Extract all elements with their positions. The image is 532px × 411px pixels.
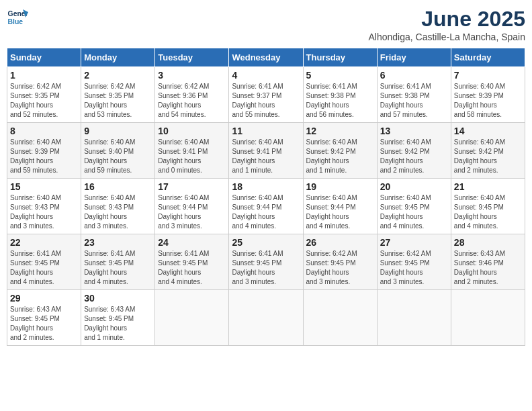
table-row: 17Sunrise: 6:40 AMSunset: 9:44 PMDayligh… [155, 179, 229, 234]
table-row: 19Sunrise: 6:40 AMSunset: 9:44 PMDayligh… [303, 179, 377, 234]
table-row: 24Sunrise: 6:41 AMSunset: 9:45 PMDayligh… [155, 234, 229, 290]
table-row: 23Sunrise: 6:41 AMSunset: 9:45 PMDayligh… [81, 234, 155, 290]
col-thursday: Thursday [303, 48, 377, 67]
col-friday: Friday [377, 48, 451, 67]
table-row: 30Sunrise: 6:43 AMSunset: 9:45 PMDayligh… [81, 290, 155, 346]
calendar-table: Sunday Monday Tuesday Wednesday Thursday… [7, 48, 525, 346]
table-row: 27Sunrise: 6:42 AMSunset: 9:45 PMDayligh… [377, 234, 451, 290]
week-row-3: 22Sunrise: 6:41 AMSunset: 9:45 PMDayligh… [7, 234, 525, 290]
table-row [229, 290, 303, 346]
table-row: 5Sunrise: 6:41 AMSunset: 9:38 PMDaylight… [303, 67, 377, 123]
table-row: 16Sunrise: 6:40 AMSunset: 9:43 PMDayligh… [81, 179, 155, 234]
table-row [155, 290, 229, 346]
table-row: 9Sunrise: 6:40 AMSunset: 9:40 PMDaylight… [81, 123, 155, 179]
table-row: 10Sunrise: 6:40 AMSunset: 9:41 PMDayligh… [155, 123, 229, 179]
table-row: 11Sunrise: 6:40 AMSunset: 9:41 PMDayligh… [229, 123, 303, 179]
title-area: June 2025 Alhondiga, Castille-La Mancha,… [369, 7, 525, 42]
table-row [303, 290, 377, 346]
table-row: 26Sunrise: 6:42 AMSunset: 9:45 PMDayligh… [303, 234, 377, 290]
subtitle: Alhondiga, Castille-La Mancha, Spain [369, 32, 525, 42]
table-row: 7Sunrise: 6:40 AMSunset: 9:39 PMDaylight… [451, 67, 525, 123]
week-row-4: 29Sunrise: 6:43 AMSunset: 9:45 PMDayligh… [7, 290, 525, 346]
table-row: 22Sunrise: 6:41 AMSunset: 9:45 PMDayligh… [7, 234, 81, 290]
col-saturday: Saturday [451, 48, 525, 67]
table-row [377, 290, 451, 346]
table-row: 12Sunrise: 6:40 AMSunset: 9:42 PMDayligh… [303, 123, 377, 179]
table-row: 3Sunrise: 6:42 AMSunset: 9:36 PMDaylight… [155, 67, 229, 123]
col-sunday: Sunday [7, 48, 81, 67]
table-row: 15Sunrise: 6:40 AMSunset: 9:43 PMDayligh… [7, 179, 81, 234]
table-row [451, 290, 525, 346]
table-row: 13Sunrise: 6:40 AMSunset: 9:42 PMDayligh… [377, 123, 451, 179]
table-row: 25Sunrise: 6:41 AMSunset: 9:45 PMDayligh… [229, 234, 303, 290]
logo: General Blue [7, 7, 28, 28]
header-row: Sunday Monday Tuesday Wednesday Thursday… [7, 48, 525, 67]
table-row: 1Sunrise: 6:42 AMSunset: 9:35 PMDaylight… [7, 67, 81, 123]
logo-icon: General Blue [7, 7, 28, 28]
week-row-1: 8Sunrise: 6:40 AMSunset: 9:39 PMDaylight… [7, 123, 525, 179]
week-row-0: 1Sunrise: 6:42 AMSunset: 9:35 PMDaylight… [7, 67, 525, 123]
table-row: 14Sunrise: 6:40 AMSunset: 9:42 PMDayligh… [451, 123, 525, 179]
svg-text:Blue: Blue [8, 18, 24, 26]
table-row: 6Sunrise: 6:41 AMSunset: 9:38 PMDaylight… [377, 67, 451, 123]
table-row: 29Sunrise: 6:43 AMSunset: 9:45 PMDayligh… [7, 290, 81, 346]
table-row: 20Sunrise: 6:40 AMSunset: 9:45 PMDayligh… [377, 179, 451, 234]
month-title: June 2025 [369, 7, 525, 32]
table-row: 21Sunrise: 6:40 AMSunset: 9:45 PMDayligh… [451, 179, 525, 234]
week-row-2: 15Sunrise: 6:40 AMSunset: 9:43 PMDayligh… [7, 179, 525, 234]
table-row: 8Sunrise: 6:40 AMSunset: 9:39 PMDaylight… [7, 123, 81, 179]
col-tuesday: Tuesday [155, 48, 229, 67]
table-row: 4Sunrise: 6:41 AMSunset: 9:37 PMDaylight… [229, 67, 303, 123]
table-row: 28Sunrise: 6:43 AMSunset: 9:46 PMDayligh… [451, 234, 525, 290]
col-wednesday: Wednesday [229, 48, 303, 67]
table-row: 18Sunrise: 6:40 AMSunset: 9:44 PMDayligh… [229, 179, 303, 234]
table-row: 2Sunrise: 6:42 AMSunset: 9:35 PMDaylight… [81, 67, 155, 123]
col-monday: Monday [81, 48, 155, 67]
page-header: General Blue June 2025 Alhondiga, Castil… [7, 7, 525, 42]
